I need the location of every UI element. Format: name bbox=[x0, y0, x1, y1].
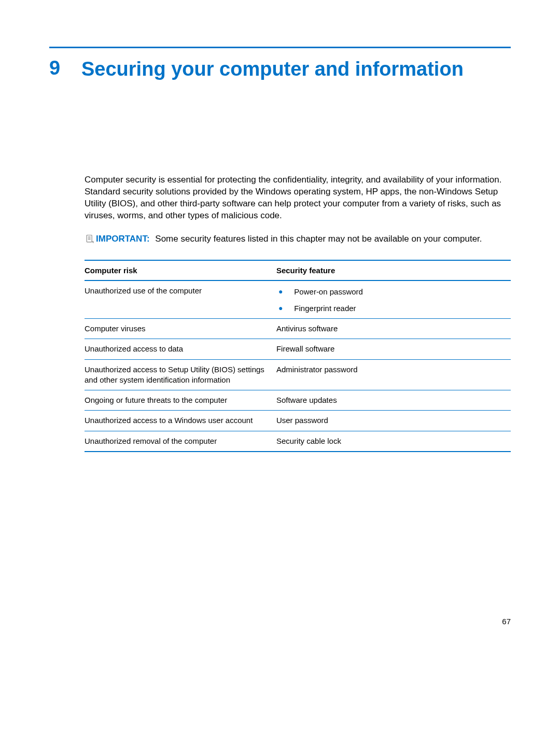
feature-cell: User password bbox=[276, 411, 511, 431]
table-row: Unauthorized access to Setup Utility (BI… bbox=[85, 359, 511, 390]
svg-rect-0 bbox=[87, 235, 92, 242]
bullet-icon: ● bbox=[278, 287, 283, 296]
chapter-title: Securing your computer and information bbox=[81, 58, 464, 81]
important-note: IMPORTANT: Some security features listed… bbox=[85, 233, 511, 245]
content-area: Computer security is essential for prote… bbox=[85, 174, 511, 452]
feature-cell: Firewall software bbox=[276, 339, 511, 359]
table-row: Unauthorized access to dataFirewall soft… bbox=[85, 339, 511, 359]
note-text: Some security features listed in this ch… bbox=[155, 234, 482, 244]
chapter-header: 9 Securing your computer and information bbox=[49, 58, 511, 81]
feature-cell: Security cable lock bbox=[276, 431, 511, 452]
feature-cell: ●Power-on password●Fingerprint reader bbox=[276, 280, 511, 319]
bullet-icon: ● bbox=[278, 303, 283, 313]
table-row: Unauthorized removal of the computerSecu… bbox=[85, 431, 511, 452]
table-header-risk: Computer risk bbox=[85, 260, 276, 280]
feature-list-item: ●Power-on password bbox=[276, 286, 505, 302]
note-label: IMPORTANT: bbox=[96, 234, 150, 244]
chapter-number: 9 bbox=[49, 58, 64, 79]
page-number: 67 bbox=[502, 617, 511, 626]
feature-list-item: ●Fingerprint reader bbox=[276, 302, 505, 314]
risk-cell: Unauthorized access to a Windows user ac… bbox=[85, 411, 276, 431]
risk-cell: Unauthorized use of the computer bbox=[85, 280, 276, 319]
table-row: Ongoing or future threats to the compute… bbox=[85, 390, 511, 411]
note-icon bbox=[85, 234, 95, 244]
table-row: Unauthorized access to a Windows user ac… bbox=[85, 411, 511, 431]
risk-cell: Unauthorized access to data bbox=[85, 339, 276, 359]
top-rule bbox=[49, 47, 511, 48]
feature-cell: Software updates bbox=[276, 390, 511, 411]
feature-text: Power-on password bbox=[294, 287, 363, 297]
risk-cell: Unauthorized removal of the computer bbox=[85, 431, 276, 452]
intro-paragraph: Computer security is essential for prote… bbox=[85, 174, 511, 222]
table-row: Unauthorized use of the computer●Power-o… bbox=[85, 280, 511, 319]
risk-cell: Ongoing or future threats to the compute… bbox=[85, 390, 276, 411]
risk-feature-table: Computer risk Security feature Unauthori… bbox=[85, 260, 511, 452]
table-header-feature: Security feature bbox=[276, 260, 511, 280]
feature-cell: Administrator password bbox=[276, 359, 511, 390]
risk-cell: Unauthorized access to Setup Utility (BI… bbox=[85, 359, 276, 390]
risk-cell: Computer viruses bbox=[85, 319, 276, 339]
feature-cell: Antivirus software bbox=[276, 319, 511, 339]
feature-list: ●Power-on password●Fingerprint reader bbox=[276, 286, 505, 314]
table-row: Computer virusesAntivirus software bbox=[85, 319, 511, 339]
feature-text: Fingerprint reader bbox=[294, 303, 356, 314]
